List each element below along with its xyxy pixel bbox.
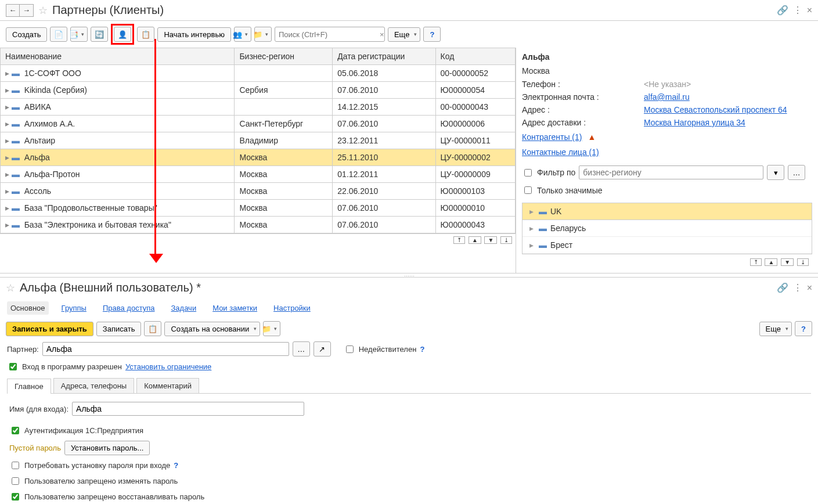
table-row[interactable]: ▸ ▬ Kikinda (Сербия)Сербия07.06.2010Ю000… <box>1 82 516 99</box>
filter-select-button[interactable]: … <box>788 165 805 180</box>
no-change-password-label: Пользователю запрещено изменять пароль <box>24 477 178 485</box>
search-input[interactable] <box>278 30 377 39</box>
tab-main[interactable]: Основное <box>7 301 49 315</box>
more-button[interactable]: Еще <box>388 27 420 42</box>
table-row[interactable]: ▸ ▬ Алхимов А.А.Санкт-Петербург07.06.201… <box>1 116 516 132</box>
clone-button[interactable]: 📑 <box>70 27 88 42</box>
form-header: ☆ Альфа (Внешний пользователь) * 🔗 ⋮ × <box>0 278 818 298</box>
side-scroll-down-icon[interactable]: ▼ <box>781 258 794 266</box>
form-more-icon[interactable]: ⋮ <box>793 282 802 293</box>
form-help-button[interactable]: ? <box>795 321 812 336</box>
delivery-value[interactable]: Москва Нагорная улица 34 <box>644 118 745 127</box>
no-restore-password-checkbox[interactable] <box>12 493 19 501</box>
subtab-addresses[interactable]: Адреса, телефоны <box>53 378 135 393</box>
form-subtabs: Главное Адреса, телефоны Комментарий <box>7 378 811 394</box>
table-row[interactable]: ▸ ▬ Альфа-ПротонМосква01.12.2011ЦУ-00000… <box>1 166 516 183</box>
nav-back-button[interactable]: ← <box>6 4 20 17</box>
region-item[interactable]: ▸▬Брест <box>522 237 812 254</box>
users-dropdown-button[interactable]: 👥 <box>234 27 251 42</box>
search-clear-icon[interactable]: × <box>377 30 387 39</box>
scroll-down-icon[interactable]: ▼ <box>484 236 497 244</box>
login-name-input[interactable] <box>72 402 304 416</box>
nav-forward-button[interactable]: → <box>20 4 34 17</box>
form-close-icon[interactable]: × <box>807 283 812 293</box>
filter-region-input[interactable] <box>579 165 763 179</box>
more-menu-icon[interactable]: ⋮ <box>793 5 802 16</box>
tab-groups[interactable]: Группы <box>58 301 90 315</box>
subtab-main[interactable]: Главное <box>7 379 51 394</box>
form-folder-button[interactable]: 📁 <box>263 321 280 336</box>
no-change-password-checkbox[interactable] <box>12 477 19 485</box>
side-scroll-top-icon[interactable]: ⤒ <box>750 258 762 266</box>
form-link-icon[interactable]: 🔗 <box>777 282 788 293</box>
warning-icon: ▲ <box>588 132 596 142</box>
col-region[interactable]: Бизнес-регион <box>235 48 333 65</box>
address-value[interactable]: Москва Севастопольский проспект 64 <box>644 105 787 114</box>
filter-dropdown-button[interactable]: ▾ <box>767 165 784 180</box>
link-icon[interactable]: 🔗 <box>777 5 788 16</box>
contacts-link[interactable]: Контактные лица (1) <box>522 147 599 157</box>
inactive-help-icon[interactable]: ? <box>420 345 424 354</box>
window-header: ← → ☆ Партнеры (Клиенты) 🔗 ⋮ × <box>0 0 818 21</box>
scroll-bottom-icon[interactable]: ⤓ <box>500 236 512 244</box>
table-row[interactable]: ▸ ▬ База "Продовольственные товары"Москв… <box>1 200 516 217</box>
form-favorite-icon[interactable]: ☆ <box>6 282 15 294</box>
table-row[interactable]: ▸ ▬ АВИКА14.12.201500-00000043 <box>1 99 516 116</box>
col-code[interactable]: Код <box>435 48 515 65</box>
email-value[interactable]: alfa@mail.ru <box>644 92 690 102</box>
tab-notes[interactable]: Мои заметки <box>209 301 261 315</box>
tab-rights[interactable]: Права доступа <box>99 301 158 315</box>
auth-1c-checkbox[interactable] <box>12 427 19 434</box>
scroll-up-icon[interactable]: ▲ <box>469 236 481 244</box>
external-user-button[interactable]: 👤 <box>114 27 131 42</box>
set-password-button[interactable]: Установить пароль... <box>64 441 150 455</box>
col-date[interactable]: Дата регистрации <box>333 48 435 65</box>
save-close-button[interactable]: Записать и закрыть <box>6 322 93 336</box>
empty-password-label: Пустой пароль <box>9 444 61 452</box>
create-from-button[interactable]: Создать на основании <box>164 322 260 336</box>
inactive-label: Недействителен <box>359 345 417 354</box>
address-label: Адрес : <box>522 105 644 114</box>
table-row[interactable]: ▸ ▬ 1С-СОФТ ООО05.06.201800-00000052 <box>1 65 516 82</box>
table-row[interactable]: ▸ ▬ АльтаирВладимир23.12.2011ЦУ-00000011 <box>1 132 516 149</box>
scroll-top-icon[interactable]: ⤒ <box>453 236 465 244</box>
side-scroll-bottom-icon[interactable]: ⤓ <box>797 258 809 266</box>
favorite-star-icon[interactable]: ☆ <box>38 4 48 17</box>
inactive-checkbox[interactable] <box>346 345 354 353</box>
only-significant-checkbox[interactable] <box>524 186 532 194</box>
contractors-link[interactable]: Контрагенты (1) <box>522 132 582 142</box>
region-item-selected[interactable]: ▸▬UK <box>522 203 812 220</box>
table-row[interactable]: ▸ ▬ База "Электроника и бытовая техника"… <box>1 217 516 233</box>
reports-icon[interactable]: 📋 <box>137 27 154 42</box>
table-row[interactable]: ▸ ▬ АльфаМосква25.11.2010ЦУ-00000002 <box>1 149 516 166</box>
form-reports-icon[interactable]: 📋 <box>144 321 161 336</box>
help-button[interactable]: ? <box>423 27 441 42</box>
partner-select-button[interactable]: … <box>293 341 310 357</box>
phone-value: <Не указан> <box>644 80 691 89</box>
col-name[interactable]: Наименование <box>1 48 235 65</box>
partner-open-button[interactable]: ↗ <box>313 341 331 357</box>
table-row[interactable]: ▸ ▬ АссольМосква22.06.2010Ю00000103 <box>1 183 516 200</box>
filter-checkbox[interactable] <box>524 169 532 177</box>
tab-tasks[interactable]: Задачи <box>168 301 200 315</box>
start-interview-button[interactable]: Начать интервью <box>157 27 231 42</box>
form-more-button[interactable]: Еще <box>759 322 792 336</box>
form-title: Альфа (Внешний пользователь) * <box>20 281 772 294</box>
subtab-comment[interactable]: Комментарий <box>136 378 199 393</box>
region-item[interactable]: ▸▬Беларусь <box>522 220 812 237</box>
tab-settings[interactable]: Настройки <box>270 301 314 315</box>
partner-input[interactable] <box>42 342 289 356</box>
side-scroll-up-icon[interactable]: ▲ <box>765 258 777 266</box>
save-button[interactable]: Записать <box>96 322 142 336</box>
folder-dropdown-button[interactable]: 📁 <box>254 27 272 42</box>
main-toolbar: Создать 📄 📑 🔄 👤 📋 Начать интервью 👥 📁 × … <box>0 21 818 48</box>
login-allowed-checkbox[interactable] <box>9 363 17 370</box>
set-restriction-link[interactable]: Установить ограничение <box>125 362 211 371</box>
require-password-checkbox[interactable] <box>12 462 19 469</box>
create-button[interactable]: Создать <box>6 27 47 42</box>
refresh-icon[interactable]: 🔄 <box>91 27 108 42</box>
splitter-handle[interactable]: ⋯⋯ <box>0 273 818 278</box>
create-group-icon[interactable]: 📄 <box>50 27 67 42</box>
close-icon[interactable]: × <box>807 5 812 16</box>
require-password-help-icon[interactable]: ? <box>174 461 178 470</box>
